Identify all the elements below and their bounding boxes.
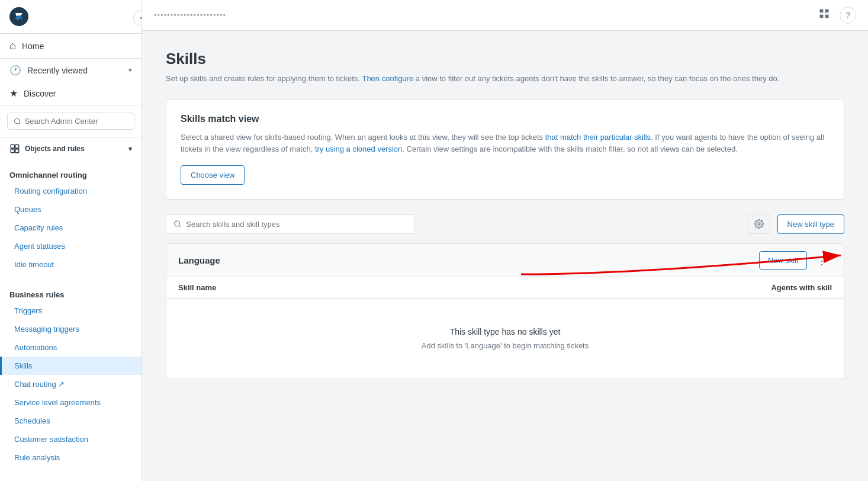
subtitle-text: Set up skills and create rules for apply… [166,74,362,83]
page-title: Skills [166,50,844,68]
recently-viewed-nav-item[interactable]: 🕐 Recently viewed ▾ [0,59,142,82]
language-section: Language New skill ⋮ Skill name Agents w… [166,243,844,379]
star-icon: ★ [9,88,18,99]
search-input[interactable] [25,117,128,126]
svg-point-11 [758,223,760,225]
search-area [0,105,142,137]
sidebar-item-routing-configuration[interactable]: Routing configuration [0,182,142,200]
sidebar-item-agent-statuses[interactable]: Agent statuses [0,237,142,255]
objects-rules-label: Objects and rules [25,145,85,153]
choose-view-button[interactable]: Choose view [181,165,245,185]
zendesk-logo [9,7,28,26]
language-title: Language [178,255,220,265]
agents-with-skill-column-header: Agents with skill [713,283,832,292]
svg-point-10 [175,221,180,226]
objects-rules-icon [9,143,20,154]
main-wrapper: •••••••••••••••••••••• ? Skills Set up s… [142,0,868,481]
subtitle-link[interactable]: Then configure [362,74,413,83]
main-content: Skills Set up skills and create rules fo… [142,31,868,481]
objects-rules-section-header[interactable]: Objects and rules ▾ [0,137,142,156]
search-icon [14,117,21,126]
sidebar-item-rule-analysis[interactable]: Rule analysis [0,448,142,467]
sidebar-item-schedules[interactable]: Schedules [0,412,142,430]
business-rules-section-title: Business rules [0,283,142,302]
sidebar-item-capacity-rules[interactable]: Capacity rules [0,219,142,237]
top-bar-left: •••••••••••••••••••••• [154,11,226,20]
skills-match-view-card: Skills match view Select a shared view f… [166,99,844,200]
skills-table-header: Skill name Agents with skill [166,277,844,299]
skills-match-view-title: Skills match view [181,114,830,124]
breadcrumb-text: •••••••••••••••••••••• [154,11,226,20]
left-nav-panel: ◄ ⌂ Home 🕐 Recently viewed ▾ ★ Discover [0,0,142,481]
svg-point-1 [15,118,20,123]
app-container: ◄ ⌂ Home 🕐 Recently viewed ▾ ★ Discover [0,0,868,481]
sidebar-item-skills[interactable]: Skills [0,357,142,375]
logo-area [0,0,142,34]
skill-search-input[interactable] [186,220,407,229]
three-dots-icon: ⋮ [816,255,827,267]
business-rules-subsection: Business rules Triggers Messaging trigge… [0,276,142,469]
home-label: Home [22,41,44,51]
chevron-down-icon: ▾ [128,66,132,74]
svg-rect-5 [15,149,19,153]
search-actions-row: New skill type [166,214,844,234]
new-skill-button[interactable]: New skill [759,251,807,270]
recently-viewed-label: Recently viewed [27,66,88,75]
search-box[interactable] [7,113,134,130]
empty-title: This skill type has no skills yet [178,327,832,336]
home-icon: ⌂ [9,40,16,52]
help-icon-button[interactable]: ? [840,7,856,24]
objects-rules-chevron: ▾ [128,145,132,153]
subtitle-rest: a view to filter out any tickets agents … [413,74,779,83]
language-section-wrapper: Language New skill ⋮ Skill name Agents w… [166,243,844,379]
sidebar-item-queues[interactable]: Queues [0,200,142,219]
sidebar-item-automations[interactable]: Automations [0,338,142,357]
language-header-actions: New skill ⋮ [759,251,832,270]
top-bar-right: ? [818,7,856,24]
actions-right: New skill type [748,214,844,234]
sidebar-item-idle-timeout[interactable]: Idle timeout [0,255,142,274]
svg-rect-6 [820,9,824,13]
svg-rect-3 [15,145,19,148]
skills-match-view-desc: Select a shared view for skills-based ro… [181,132,830,156]
more-options-button[interactable]: ⋮ [812,252,832,270]
home-nav-item[interactable]: ⌂ Home [0,34,142,59]
clock-icon: 🕐 [9,65,21,76]
discover-nav-item[interactable]: ★ Discover [0,82,142,105]
top-bar: •••••••••••••••••••••• ? [142,0,868,31]
sidebar-item-messaging-triggers[interactable]: Messaging triggers [0,320,142,338]
svg-rect-9 [825,15,829,18]
match-link[interactable]: that match their particular skills [545,133,651,142]
omnichannel-section-title: Omnichannel routing [0,163,142,182]
gear-icon [754,219,764,229]
settings-button[interactable] [748,214,770,234]
skill-search-box[interactable] [166,214,414,234]
grid-icon [818,8,830,20]
svg-rect-2 [11,145,14,148]
skill-search-icon [173,220,181,228]
page-subtitle: Set up skills and create rules for apply… [166,73,844,85]
help-icon: ? [846,11,850,20]
sidebar-item-sla[interactable]: Service level agreements [0,393,142,412]
sidebar-item-customer-satisfaction[interactable]: Customer satisfaction [0,430,142,448]
discover-label: Discover [24,89,56,98]
sidebar-item-chat-routing[interactable]: Chat routing ↗ [0,375,142,393]
language-header: Language New skill ⋮ [166,244,844,277]
skill-name-column-header: Skill name [178,283,713,292]
cloned-link[interactable]: try using a cloned version [315,145,402,153]
svg-rect-7 [825,9,829,13]
new-skill-type-button[interactable]: New skill type [777,214,844,234]
empty-subtitle: Add skills to 'Language' to begin matchi… [178,341,832,350]
skills-table-empty: This skill type has no skills yet Add sk… [166,299,844,379]
omnichannel-subsection: Omnichannel routing Routing configuratio… [0,156,142,276]
svg-rect-4 [11,149,14,153]
grid-icon-button[interactable] [818,8,830,23]
svg-rect-8 [820,15,824,18]
sidebar-item-triggers[interactable]: Triggers [0,302,142,320]
